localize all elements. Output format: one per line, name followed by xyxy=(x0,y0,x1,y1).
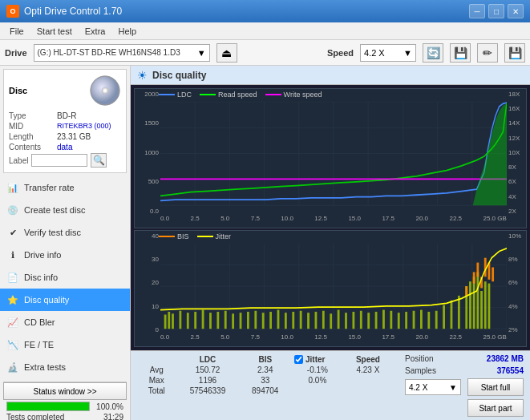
progress-row: 100.0% xyxy=(6,402,123,411)
avg-jitter: -0.1% xyxy=(291,365,344,375)
disc-label-key: Label xyxy=(9,156,28,165)
upper-y-axis-right: 18X 16X 14X 12X 10X 8X 6X 4X 2X xyxy=(507,89,526,215)
upper-chart-area xyxy=(160,102,507,215)
max-speed-empty xyxy=(344,375,392,386)
legend-bis: BIS xyxy=(159,232,189,240)
disc-label-row: Label 🔍 xyxy=(9,153,121,168)
maximize-button[interactable]: □ xyxy=(488,4,504,18)
max-jitter: 0.0% xyxy=(291,375,344,386)
disc-contents-value: data xyxy=(57,143,72,151)
status-area: Status window >> 100.0% Tests completed … xyxy=(3,382,127,420)
sidebar-item-cd-bler[interactable]: 📈CD Bler xyxy=(0,311,130,333)
avg-label: Avg xyxy=(137,365,176,375)
sidebar-item-fe-te[interactable]: 📉FE / TE xyxy=(0,333,130,356)
disc-length-value: 23.31 GB xyxy=(57,132,91,141)
start-part-row: Start part xyxy=(405,399,524,417)
svg-point-3 xyxy=(103,89,107,92)
sidebar-item-disc-quality[interactable]: ⭐Disc quality xyxy=(0,289,130,311)
disc-contents-label: Contents xyxy=(9,143,57,151)
sidebar-item-label-transfer-rate: Transfer rate xyxy=(24,183,75,192)
stats-speed-select[interactable]: 4.2 X ▼ xyxy=(405,379,461,395)
disc-contents-row: Contents data xyxy=(9,143,121,151)
write-button[interactable]: ✏ xyxy=(477,43,498,63)
upper-y-axis-left: 2000 1500 1000 500 0.0 xyxy=(135,89,160,215)
svg-rect-82 xyxy=(484,281,487,329)
sidebar-item-label-extra-tests: Extra tests xyxy=(24,362,66,372)
sidebar: Disc Type xyxy=(0,66,131,420)
main-layout: Disc Type xyxy=(0,66,530,420)
sidebar-item-label-fe-te: FE / TE xyxy=(24,340,54,349)
status-window-button[interactable]: Status window >> xyxy=(3,382,127,400)
status-text: Tests completed xyxy=(3,413,67,420)
sidebar-item-extra-tests[interactable]: 🔬Extra tests xyxy=(0,356,130,378)
drive-select[interactable]: (G:) HL-DT-ST BD-RE WH16NS48 1.D3 ▼ xyxy=(34,44,210,62)
app-title: Opti Drive Control 1.70 xyxy=(24,6,122,17)
disc-quality-title: Disc quality xyxy=(152,70,206,81)
titlebar-left: O Opti Drive Control 1.70 xyxy=(6,5,122,18)
disc-mid-row: MID RITEKBR3 (000) xyxy=(9,122,121,131)
total-ldc: 57546339 xyxy=(176,386,239,396)
save-button[interactable]: 💾 xyxy=(504,43,525,63)
upper-chart-svg xyxy=(160,102,507,215)
sidebar-item-disc-info[interactable]: 📄Disc info xyxy=(0,266,130,289)
legend-read-speed: Read speed xyxy=(200,91,257,99)
svg-rect-43 xyxy=(209,313,212,329)
sidebar-item-label-disc-quality: Disc quality xyxy=(24,295,69,305)
status-bottom: Tests completed 31:29 xyxy=(3,413,127,420)
jitter-checkbox[interactable] xyxy=(294,355,303,364)
drive-dropdown-arrow: ▼ xyxy=(197,48,206,58)
svg-rect-55 xyxy=(300,311,302,329)
eject-button[interactable]: ⏏ xyxy=(216,43,237,63)
stats-total-row: Total 57546339 894704 xyxy=(137,386,392,396)
minimize-button[interactable]: ─ xyxy=(469,4,485,18)
sidebar-item-label-create-test-disc: Create test disc xyxy=(24,205,85,215)
sidebar-item-verify-test-disc[interactable]: ✔Verify test disc xyxy=(0,221,130,244)
svg-rect-46 xyxy=(232,313,234,329)
svg-rect-50 xyxy=(262,313,265,329)
svg-rect-38 xyxy=(172,313,174,329)
svg-rect-63 xyxy=(360,311,362,329)
col-header-ldc: LDC xyxy=(176,354,239,365)
drive-label: Drive xyxy=(5,48,27,58)
disc-header-title: Disc xyxy=(9,86,27,95)
stats-max-row: Max 1196 33 0.0% xyxy=(137,375,392,386)
sidebar-item-create-test-disc[interactable]: 💿Create test disc xyxy=(0,199,130,221)
col-header-speed: Speed xyxy=(344,354,392,365)
svg-rect-85 xyxy=(473,272,475,283)
sidebar-item-drive-info[interactable]: ℹDrive info xyxy=(0,244,130,266)
scan-button[interactable]: 💾 xyxy=(450,43,471,63)
max-bis: 33 xyxy=(240,375,291,386)
svg-rect-49 xyxy=(254,311,257,329)
max-label: Max xyxy=(137,375,176,386)
legend-ldc: LDC xyxy=(159,91,192,99)
fe-te-icon: 📉 xyxy=(6,338,19,351)
sidebar-item-transfer-rate[interactable]: 📊Transfer rate xyxy=(0,176,130,199)
menu-start-test[interactable]: Start test xyxy=(30,25,79,38)
disc-label-btn[interactable]: 🔍 xyxy=(91,153,107,168)
menu-extra[interactable]: Extra xyxy=(79,25,112,38)
svg-rect-75 xyxy=(451,301,453,329)
svg-rect-73 xyxy=(435,311,438,329)
svg-rect-65 xyxy=(375,312,378,329)
speed-dropdown-arrow: ▼ xyxy=(403,48,412,58)
refresh-button[interactable]: 🔄 xyxy=(423,43,443,63)
upper-legend: LDC Read speed Write speed xyxy=(159,91,322,99)
lower-y-axis-left: 40 30 20 10 0 xyxy=(135,231,160,333)
start-full-button[interactable]: Start full xyxy=(467,378,524,396)
max-ldc: 1196 xyxy=(176,375,239,386)
disc-label-input[interactable] xyxy=(31,154,87,167)
svg-rect-67 xyxy=(390,311,392,329)
charts-container: LDC Read speed Write speed 2000 1500 1 xyxy=(131,85,530,350)
disc-quality-icon: ⭐ xyxy=(6,293,19,306)
stats-table: LDC BIS Jitter Speed xyxy=(131,351,399,420)
svg-rect-68 xyxy=(398,313,400,329)
start-part-button[interactable]: Start part xyxy=(467,399,524,417)
svg-rect-90 xyxy=(492,267,494,281)
menu-help[interactable]: Help xyxy=(111,25,143,38)
svg-rect-37 xyxy=(168,312,170,329)
menu-file[interactable]: File xyxy=(3,25,30,38)
svg-rect-81 xyxy=(480,291,483,329)
close-button[interactable]: ✕ xyxy=(508,4,524,18)
sidebar-item-label-disc-info: Disc info xyxy=(24,273,58,282)
speed-select[interactable]: 4.2 X ▼ xyxy=(360,44,416,62)
